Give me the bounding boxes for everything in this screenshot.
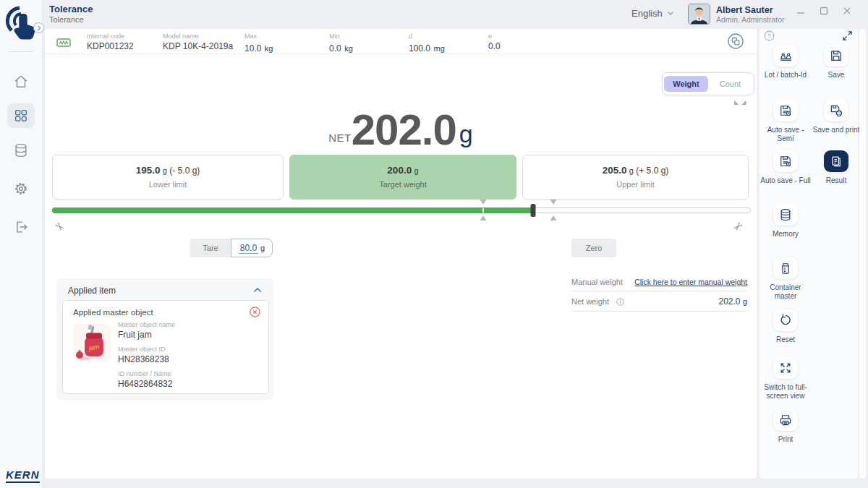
applied-item-section: Applied item Applied master object [56, 278, 273, 400]
lower-limit-card: 195.0 g (- 5.0 g) Lower limit [52, 155, 284, 200]
print-label: Print [760, 435, 812, 444]
sidebar-item-logout-icon[interactable] [13, 219, 29, 235]
device-switch-icon[interactable] [727, 33, 744, 50]
fullscreen-button[interactable] [773, 357, 798, 379]
scrollbar-track[interactable] [859, 29, 866, 479]
applied-item-image: jam [73, 324, 111, 361]
auto-save-semi-button[interactable] [773, 100, 798, 121]
weight-unit: g [456, 120, 473, 150]
user-menu[interactable]: Albert Sauter Admin, Adminstrator [688, 4, 785, 25]
auto-save-full-label: Auto save - Full [760, 176, 812, 185]
chevron-down-icon [667, 11, 674, 16]
device-field-model-name: Model name KDP 10K-4-2019a [163, 33, 233, 51]
result-label: Result [810, 176, 862, 185]
manual-weight-label: Manual weight [571, 278, 623, 286]
lower-marker-top-icon [480, 200, 487, 205]
sidebar-item-home[interactable] [13, 74, 29, 90]
device-field-min: Min 0.0 kg [329, 33, 353, 54]
breadcrumb: Tolerance [49, 15, 84, 24]
window-close-button[interactable] [843, 7, 851, 15]
panel-expand-icon[interactable] [842, 30, 853, 41]
lot-batch-id-button[interactable] [773, 45, 798, 67]
window-maximize-button[interactable] [820, 7, 828, 15]
app-window: KERN Tolerance Tolerance English Albert … [0, 0, 868, 488]
lower-marker-bottom-icon [480, 215, 487, 221]
top-header: Tolerance Tolerance English Albert Saute… [42, 0, 868, 27]
id-number-name-field: ID number / Name H6482864832 [118, 370, 172, 389]
sidebar-item-settings-gear-icon[interactable] [13, 181, 29, 197]
scissors-right-icon: ✂ [730, 219, 746, 235]
toggle-count-button[interactable]: Count [708, 76, 752, 92]
tare-input-wrap: 80.0 g [231, 239, 273, 257]
memory-button[interactable] [773, 204, 798, 226]
device-field-e: e 0.0 [488, 33, 501, 51]
net-weight-row: Net weight 202.0 g [571, 292, 747, 312]
weight-display: NET 202.0 g [45, 95, 757, 150]
auto-save-full-button[interactable] [773, 150, 798, 172]
applied-master-object-title: Applied master object [73, 308, 153, 317]
net-weight-label: Net weight [571, 297, 609, 306]
fullscreen-label: Switch to full-screen view [760, 383, 812, 401]
scale-device-icon [56, 38, 71, 47]
brand-logo: KERN [6, 468, 40, 481]
master-object-name-field: Master object name Fruit jam [118, 321, 175, 340]
result-button[interactable] [824, 150, 848, 172]
language-dropdown[interactable]: English [631, 8, 674, 19]
slider-fill [52, 207, 533, 213]
manual-weight-link[interactable]: Click here to enter manual weight [634, 278, 747, 286]
scissors-left-icon: ✂ [51, 219, 67, 235]
zero-button[interactable]: Zero [571, 239, 616, 257]
reset-button[interactable] [773, 309, 798, 331]
help-icon[interactable]: ? [764, 30, 775, 41]
tolerance-slider [52, 200, 751, 221]
user-name: Albert Sauter [716, 5, 785, 15]
sidebar-divider [9, 51, 33, 52]
lower-marker-notch [482, 208, 484, 213]
master-object-id-field: Master object ID HN28368238 [118, 346, 169, 364]
page-title: Tolerance [49, 4, 93, 14]
save-and-print-button[interactable] [824, 100, 848, 121]
user-role: Admin, Adminstrator [716, 15, 785, 24]
upper-limit-card: 205.0 g (+ 5.0 g) Upper limit [522, 155, 749, 200]
toggle-weight-button[interactable]: Weight [664, 76, 708, 92]
mode-toggle: Weight Count [662, 72, 754, 95]
tare-button[interactable]: Tare [190, 239, 231, 257]
upper-marker-top-icon [550, 200, 556, 205]
reset-label: Reset [760, 335, 812, 344]
device-field-max: Max 10.0 kg [244, 33, 273, 54]
left-sidebar: KERN [0, 0, 43, 488]
tare-input[interactable]: 80.0 [239, 243, 258, 254]
print-button[interactable] [773, 409, 798, 431]
lot-batch-id-label: Lot / batch-Id [760, 71, 812, 80]
save-button[interactable] [824, 45, 848, 67]
window-minimize-button[interactable] [796, 7, 805, 16]
applied-master-object-card: Applied master object jam [62, 300, 269, 394]
weight-value: 202.0 [352, 109, 456, 150]
manual-weight-row: Manual weight Click here to enter manual… [571, 273, 747, 291]
language-label: English [631, 8, 663, 19]
save-label: Save [810, 71, 862, 80]
svg-text:?: ? [767, 33, 771, 40]
device-field-d: d 100.0 mg [409, 33, 445, 54]
tare-unit: g [260, 244, 265, 252]
device-info-bar: Internal code KDP001232 Model name KDP 1… [45, 29, 757, 54]
sidebar-item-apps[interactable] [7, 103, 35, 128]
container-master-button[interactable] [773, 257, 798, 279]
info-icon [616, 298, 624, 306]
current-weight-tick [530, 204, 535, 217]
brand-logo-text: KERN [6, 468, 40, 483]
device-field-internal-code: Internal code KDP001232 [87, 33, 134, 51]
remove-applied-item-icon[interactable] [250, 307, 260, 317]
auto-save-semi-label: Auto save - Semi [760, 126, 812, 143]
avatar [688, 4, 710, 25]
applied-item-title: Applied item [68, 286, 116, 296]
net-weight-value: 202.0 g [719, 296, 748, 307]
container-master-label: Container master [760, 283, 812, 301]
target-weight-card: 200.0 g Target weight [289, 155, 516, 200]
sidebar-item-database[interactable] [13, 142, 29, 158]
upper-marker-bottom-icon [550, 215, 556, 221]
applied-item-collapse-chevron-icon[interactable] [253, 287, 262, 293]
action-panel: ? Lot / batch-Id Save Auto save - Semi S… [760, 29, 858, 479]
net-prefix: NET [328, 132, 352, 150]
memory-label: Memory [760, 230, 812, 239]
